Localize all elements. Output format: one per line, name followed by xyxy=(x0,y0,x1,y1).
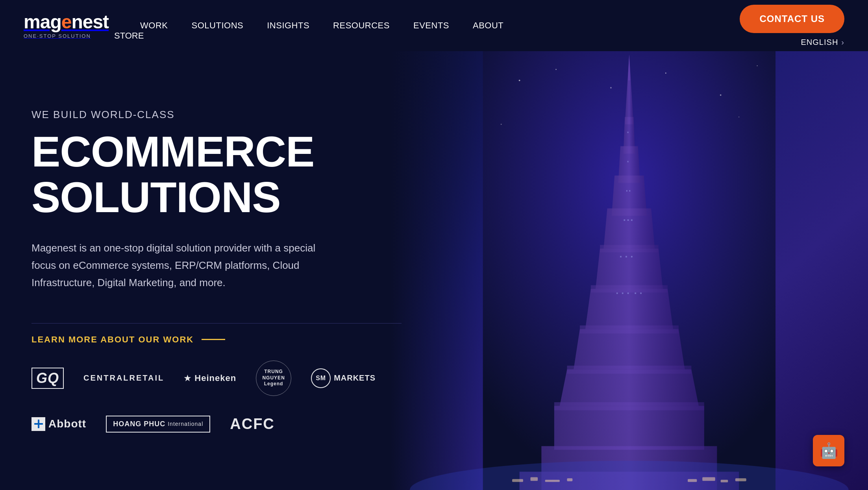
logo-acfc: ACFC xyxy=(230,416,275,433)
svg-marker-16 xyxy=(596,249,663,289)
learn-more-divider xyxy=(31,323,402,324)
logo-centralretail: CENTRALRETAIL xyxy=(83,374,164,383)
svg-rect-48 xyxy=(702,477,715,481)
svg-point-4 xyxy=(665,72,666,74)
logo-heineken: Heineken xyxy=(184,373,236,383)
language-selector[interactable]: ENGLISH › xyxy=(801,38,844,47)
svg-point-2 xyxy=(555,69,557,70)
svg-rect-24 xyxy=(554,406,704,450)
svg-point-3 xyxy=(610,87,612,89)
svg-marker-20 xyxy=(574,329,685,369)
client-logos-row: GQ CENTRALRETAIL Heineken TRUNG NGUYENLe… xyxy=(31,361,402,433)
svg-rect-45 xyxy=(545,480,560,482)
svg-rect-38 xyxy=(622,292,624,294)
svg-rect-37 xyxy=(616,292,618,294)
svg-rect-33 xyxy=(631,219,633,221)
svg-rect-27 xyxy=(627,131,629,133)
nav-links: WORK SOLUTIONS INSIGHTS RESOURCES EVENTS… xyxy=(140,20,503,31)
svg-rect-36 xyxy=(631,256,633,257)
nav-item-events[interactable]: EVENTS xyxy=(413,20,449,31)
logo[interactable]: magenest ONE·STOP SOLUTION xyxy=(24,13,109,39)
hero-subtitle: WE BUILD WORLD-CLASS xyxy=(31,109,402,121)
logo-gq: GQ xyxy=(31,368,64,389)
logo-tagline: ONE·STOP SOLUTION xyxy=(24,33,109,39)
navigation: magenest ONE·STOP SOLUTION WORK SOLUTION… xyxy=(0,0,868,51)
svg-marker-22 xyxy=(560,369,699,406)
nav-item-work[interactable]: WORK xyxy=(140,20,168,31)
svg-point-42 xyxy=(410,461,849,490)
nav-item-insights[interactable]: INSIGHTS xyxy=(267,20,309,31)
svg-marker-18 xyxy=(585,289,673,329)
svg-rect-53 xyxy=(38,420,39,428)
learn-more-section: LEARN MORE ABOUT OUR WORK GQ CENTRALRETA… xyxy=(31,323,402,433)
nav-item-resources[interactable]: RESOURCES xyxy=(333,20,390,31)
svg-rect-47 xyxy=(688,479,697,482)
hero-background xyxy=(391,51,868,490)
nav-row-two: STORE xyxy=(114,31,144,41)
logo-abbott: Abbott xyxy=(31,417,86,431)
nav-item-store[interactable]: STORE xyxy=(114,31,144,41)
hero-content: WE BUILD WORLD-CLASS ECOMMERCE SOLUTIONS… xyxy=(0,109,433,433)
nav-item-solutions[interactable]: SOLUTIONS xyxy=(192,20,244,31)
hero-description: Magenest is an one-stop digital solution… xyxy=(31,239,327,292)
svg-rect-44 xyxy=(531,477,538,481)
svg-point-5 xyxy=(720,94,722,96)
logo-hoangphuc: HOANG PHUCInternational xyxy=(106,416,210,433)
svg-rect-39 xyxy=(627,292,629,294)
svg-point-7 xyxy=(501,124,502,125)
learn-more-label: LEARN MORE ABOUT OUR WORK xyxy=(31,335,402,345)
svg-rect-46 xyxy=(567,478,573,481)
svg-marker-14 xyxy=(604,209,655,249)
svg-rect-32 xyxy=(627,219,629,221)
svg-rect-49 xyxy=(721,480,728,483)
contact-us-button[interactable]: CONTACT US xyxy=(740,5,844,33)
svg-rect-41 xyxy=(640,292,642,294)
svg-point-8 xyxy=(738,116,739,117)
chevron-right-icon: › xyxy=(841,38,844,47)
nav-left: magenest ONE·STOP SOLUTION WORK SOLUTION… xyxy=(24,13,503,39)
svg-rect-40 xyxy=(635,292,637,294)
svg-point-6 xyxy=(757,65,758,66)
svg-rect-28 xyxy=(627,161,629,163)
nav-item-about[interactable]: ABOUT xyxy=(473,20,503,31)
svg-rect-35 xyxy=(626,256,627,257)
svg-rect-31 xyxy=(624,219,626,221)
svg-rect-43 xyxy=(512,479,523,482)
svg-rect-30 xyxy=(629,190,631,192)
building-silhouette xyxy=(391,51,868,490)
chatbot-button[interactable]: 🤖 xyxy=(813,435,844,466)
svg-rect-50 xyxy=(735,478,746,481)
logo-sm-markets: SM MARKETS xyxy=(311,368,376,388)
chatbot-icon: 🤖 xyxy=(820,442,838,459)
svg-rect-29 xyxy=(626,190,627,192)
nav-right: CONTACT US ENGLISH › xyxy=(740,5,844,47)
hero-section: WE BUILD WORLD-CLASS ECOMMERCE SOLUTIONS… xyxy=(0,51,868,490)
learn-more-line-decoration xyxy=(202,339,225,340)
svg-rect-34 xyxy=(620,256,622,257)
logo-legend: TRUNG NGUYENLegend xyxy=(256,361,291,396)
svg-point-1 xyxy=(519,80,520,81)
hero-title: ECOMMERCE SOLUTIONS xyxy=(31,129,402,220)
